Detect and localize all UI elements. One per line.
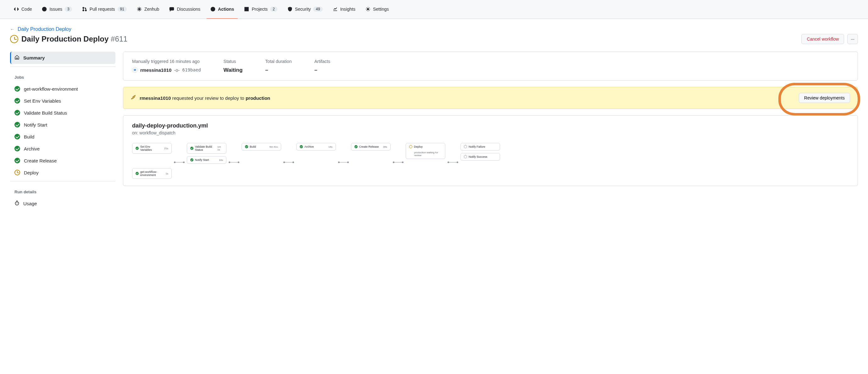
clock-icon [10, 35, 18, 43]
projects-count: 2 [270, 7, 277, 12]
review-deployments-button[interactable]: Review deployments [799, 93, 850, 103]
issues-count: 3 [65, 7, 72, 12]
sidebar-job-label: Set Env Variables [24, 98, 61, 104]
clock-icon [14, 170, 20, 175]
table-icon [244, 7, 249, 12]
nav-zenhub[interactable]: Zenhub [133, 0, 163, 19]
nav-zenhub-label: Zenhub [144, 7, 159, 12]
sidebar-job[interactable]: get-workflow-environment [10, 83, 116, 95]
nav-issues[interactable]: Issues 3 [38, 0, 75, 19]
commit-sha[interactable]: 619baed [182, 67, 201, 73]
graph-node[interactable]: Notify Start10s [187, 156, 226, 164]
graph-node[interactable]: get-workflow-environment1s [132, 168, 172, 179]
nav-pulls[interactable]: Pull requests 91 [78, 0, 130, 19]
check-icon [14, 158, 20, 163]
nav-discussions[interactable]: Discussions [165, 0, 204, 19]
sidebar-job[interactable]: Archive [10, 143, 116, 154]
check-icon [14, 146, 20, 151]
check-icon [245, 145, 248, 148]
nav-insights-label: Insights [340, 7, 355, 12]
nav-actions-label: Actions [218, 7, 234, 12]
breadcrumb-link[interactable]: Daily Production Deploy [18, 26, 71, 32]
graph-node-deploy[interactable]: Deploy production waiting for review [406, 143, 445, 159]
nav-code-label: Code [21, 7, 32, 12]
svg-point-3 [83, 10, 84, 11]
nav-code[interactable]: Code [10, 0, 35, 19]
duration-value: – [265, 67, 291, 74]
nav-projects-label: Projects [252, 7, 268, 12]
sidebar-summary[interactable]: Summary [10, 52, 116, 64]
workflow-graph[interactable]: Set Env Variables21s get-workflow-enviro… [132, 143, 849, 179]
check-icon [14, 86, 20, 92]
sidebar-usage-label: Usage [23, 201, 37, 206]
nav-projects[interactable]: Projects 2 [240, 0, 281, 19]
zenhub-icon [137, 7, 142, 12]
triggered-label: Manually triggered 16 minutes ago [132, 59, 201, 64]
more-actions-button[interactable]: ··· [847, 34, 858, 44]
sidebar-jobs-header: Jobs [10, 69, 116, 83]
svg-point-1 [44, 8, 45, 10]
shield-icon [287, 7, 292, 12]
check-icon [14, 134, 20, 140]
code-icon [14, 7, 19, 12]
kebab-icon: ··· [851, 36, 855, 41]
sidebar-job[interactable]: Create Release [10, 154, 116, 167]
nav-issues-label: Issues [50, 7, 62, 12]
arrow-left-icon[interactable]: ← [10, 27, 14, 32]
artifacts-label: Artifacts [314, 59, 330, 64]
check-icon [14, 122, 20, 127]
graph-node[interactable]: Create Release39s [351, 143, 391, 150]
check-icon [300, 145, 303, 148]
workflow-graph-box: daily-deploy-production.yml on: workflow… [123, 115, 858, 186]
artifacts-value: – [314, 67, 330, 74]
nav-security[interactable]: Security 49 [284, 0, 327, 19]
run-number: #611 [111, 35, 127, 43]
pr-icon [82, 7, 87, 12]
stopwatch-icon [14, 201, 20, 206]
graph-node[interactable]: Build9m 41s [242, 143, 281, 150]
cancel-workflow-button[interactable]: Cancel workflow [801, 34, 844, 44]
status-label: Status [224, 59, 243, 64]
graph-node[interactable]: Archive14s [296, 143, 336, 150]
svg-point-2 [83, 7, 84, 8]
security-count: 49 [313, 7, 322, 12]
nav-settings[interactable]: Settings [362, 0, 393, 19]
nav-insights[interactable]: Insights [329, 0, 359, 19]
check-icon [190, 159, 193, 162]
workflow-file: daily-deploy-production.yml [132, 122, 849, 129]
avatar: M [132, 67, 138, 73]
graph-node[interactable]: Notify Failure [460, 143, 500, 150]
home-icon [14, 55, 20, 61]
sidebar-usage[interactable]: Usage [10, 197, 116, 210]
sidebar-job[interactable]: Notify Start [10, 119, 116, 131]
check-icon [354, 145, 358, 148]
check-icon [14, 110, 20, 116]
sidebar-job[interactable]: Deploy [10, 167, 116, 178]
graph-node[interactable]: Notify Success [460, 153, 500, 161]
status-value: Waiting [224, 67, 243, 74]
review-banner-text: rmessina1010 requested your review to de… [140, 95, 270, 101]
repo-nav: Code Issues 3 Pull requests 91 Zenhub Di… [0, 0, 868, 19]
graph-node[interactable]: Set Env Variables21s [132, 143, 172, 154]
graph-node[interactable]: Validate Build Status1m 1s [187, 143, 226, 154]
nav-pulls-label: Pull requests [90, 7, 115, 12]
sidebar-job[interactable]: Build [10, 131, 116, 143]
pending-icon [464, 145, 467, 148]
nav-actions[interactable]: Actions [207, 0, 238, 19]
sidebar-job-label: Deploy [24, 170, 39, 175]
sidebar-job[interactable]: Set Env Variables [10, 95, 116, 107]
duration-label: Total duration [265, 59, 291, 64]
check-icon [190, 147, 193, 150]
sidebar-job-label: Validate Build Status [24, 110, 67, 116]
issue-icon [42, 7, 47, 12]
sidebar-job[interactable]: Validate Build Status [10, 107, 116, 119]
svg-point-4 [85, 10, 87, 11]
sidebar-job-label: Notify Start [24, 122, 47, 127]
sidebar-job-label: Create Release [24, 158, 57, 163]
play-icon [210, 7, 215, 12]
triggered-user[interactable]: rmessina1010 [140, 67, 172, 73]
breadcrumb: ← Daily Production Deploy [10, 26, 858, 32]
sidebar-summary-label: Summary [23, 55, 45, 60]
check-icon [135, 172, 139, 175]
sidebar-job-label: Archive [24, 146, 40, 151]
